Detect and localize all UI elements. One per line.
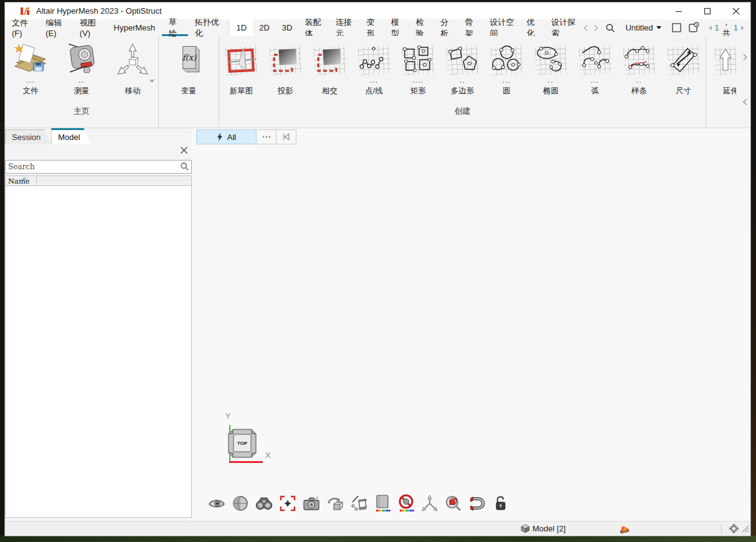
model-tree-list[interactable] <box>5 186 192 518</box>
column-header-name[interactable]: Name <box>6 176 37 185</box>
ribbon-rectangle-button[interactable]: ···· 矩形 <box>396 40 440 106</box>
menu-hypermesh[interactable]: HyperMesh <box>107 19 162 36</box>
ribbon-scroll-right-icon[interactable] <box>740 52 749 62</box>
settings-gear-icon[interactable] <box>729 523 739 536</box>
tab-1d[interactable]: 1D <box>230 19 253 36</box>
dropdown-arrow-icon[interactable] <box>149 80 154 83</box>
tab-connectors[interactable]: 连接元 <box>329 19 360 36</box>
menu-edit[interactable]: 编辑(E) <box>39 19 73 36</box>
display-panel-colors-icon[interactable] <box>374 493 391 513</box>
element-edges-icon[interactable] <box>350 493 367 513</box>
prev-page-icon[interactable] <box>709 26 712 30</box>
screenshot-camera-icon[interactable] <box>303 493 320 513</box>
filter-collapse-button[interactable] <box>276 129 296 144</box>
panel-tab-row: Session Model <box>5 128 192 144</box>
view-sphere-icon[interactable] <box>232 493 249 513</box>
search-icon[interactable] <box>604 22 617 34</box>
view-cube[interactable]: TOP <box>228 429 257 458</box>
hide-elements-colors-icon[interactable] <box>397 493 415 513</box>
rotate-view-icon[interactable] <box>326 493 344 513</box>
new-page-icon[interactable] <box>670 21 683 34</box>
ribbon-scroll-left-icon[interactable] <box>740 97 749 107</box>
ribbon-files-button[interactable]: ··· 文件 <box>5 40 56 106</box>
app-window: Altair HyperMesh 2023 - OptiStruct 文件(F)… <box>4 2 751 536</box>
ribbon-overflow: 延伸 <box>706 36 750 128</box>
history-back-icon[interactable] <box>582 23 590 33</box>
lightning-icon <box>217 133 223 141</box>
page-snapshot-icon[interactable] <box>687 21 701 35</box>
browser-search-icon[interactable] <box>180 162 189 174</box>
tab-assembly[interactable]: 装配体 <box>298 19 329 36</box>
view-toolbar <box>208 493 509 513</box>
next-page-icon[interactable] <box>741 26 744 30</box>
zoom-fit-icon[interactable] <box>279 493 296 513</box>
perspective-icon[interactable] <box>468 493 486 513</box>
menu-topology-opt[interactable]: 拓扑优化 <box>188 19 226 36</box>
menu-file[interactable]: 文件(F) <box>5 19 39 36</box>
total-pages: 1 <box>734 23 738 32</box>
menu-view[interactable]: 视图(V) <box>73 19 107 36</box>
measure-icon <box>62 40 102 81</box>
tab-model[interactable]: 模型 <box>385 19 410 36</box>
view-visibility-icon[interactable] <box>208 493 225 513</box>
lock-view-icon[interactable] <box>492 493 509 513</box>
tree-header: Name <box>5 175 192 186</box>
points-lines-icon <box>357 40 391 81</box>
tab-morph[interactable]: 变形 <box>360 19 385 36</box>
ribbon-ellipse-button[interactable]: ·· 椭圆 <box>529 40 573 106</box>
ribbon-polygon-button[interactable]: ·· 多边形 <box>440 40 484 106</box>
ribbon-group-variables: f(x) 变量 <box>159 36 219 128</box>
ribbon-move-button[interactable]: 移动 <box>107 40 158 106</box>
intersect-icon <box>313 40 347 81</box>
tab-design-space[interactable]: 设计空间 <box>483 19 520 36</box>
tab-2d[interactable]: 2D <box>253 19 276 36</box>
history-forward-icon[interactable] <box>592 23 600 33</box>
move-icon <box>113 40 153 81</box>
polygon-icon <box>446 40 480 81</box>
ribbon-arc-button[interactable]: ··· 弧 <box>573 40 617 106</box>
ribbon-project-button[interactable]: 投影 <box>263 40 308 106</box>
ribbon-intersect-button[interactable]: 相交 <box>308 40 352 106</box>
satellite-dots: ·· <box>78 81 84 86</box>
ribbon-extend-button[interactable]: 延伸 <box>709 40 736 97</box>
tab-validate[interactable]: 检验 <box>410 19 435 36</box>
window-title: Altair HyperMesh 2023 - OptiStruct <box>36 6 162 16</box>
tab-3d[interactable]: 3D <box>276 19 299 36</box>
browser-panel: Session Model <box>5 128 192 521</box>
tab-skeleton[interactable]: 骨架 <box>459 19 484 36</box>
panel-close-icon[interactable] <box>180 146 188 157</box>
ribbon-spline-button[interactable]: ·· 样条 <box>617 40 661 106</box>
resize-grip[interactable] <box>742 525 749 535</box>
session-selector[interactable]: Untitled <box>625 23 661 32</box>
ribbon-measure-button[interactable]: ·· 测量 <box>56 40 107 106</box>
extend-icon <box>714 40 737 81</box>
ribbon-points-lines-button[interactable]: ··· 点/线 <box>352 40 396 106</box>
ribbon: ··· 文件 ·· <box>5 36 750 128</box>
zoom-model-icon[interactable] <box>445 493 462 513</box>
menu-sketch-active[interactable]: 草绘 <box>162 19 188 36</box>
ribbon-variable-button[interactable]: f(x) 变量 <box>163 40 214 106</box>
svg-text:TOP: TOP <box>237 441 248 446</box>
axis-y-label: Y <box>225 411 231 421</box>
ribbon-new-sketch-button[interactable]: 新草图 <box>219 40 263 106</box>
tab-optimize[interactable]: 优化 <box>521 19 546 36</box>
performance-flame-icon[interactable] <box>618 523 631 536</box>
tab-model[interactable]: Model <box>51 128 90 144</box>
filter-more-button[interactable] <box>257 129 276 144</box>
tab-session[interactable]: Session <box>5 129 51 144</box>
session-name: Untitled <box>625 23 653 32</box>
minimize-button[interactable] <box>664 2 693 19</box>
tab-design-explore[interactable]: 设计探索 <box>545 19 582 36</box>
ribbon-dimension-button[interactable]: 尺寸 <box>661 40 706 106</box>
find-binoculars-icon[interactable] <box>255 493 273 513</box>
filter-all-button[interactable]: All <box>196 129 257 144</box>
ribbon-circle-button[interactable]: ··· 圆 <box>484 40 529 106</box>
ellipse-icon <box>534 40 568 81</box>
triad-axes-icon[interactable] <box>421 493 438 513</box>
model-cube-icon <box>521 524 530 533</box>
browser-search-input[interactable] <box>5 160 192 174</box>
new-sketch-icon <box>225 40 258 81</box>
tab-analyze[interactable]: 分析 <box>434 19 459 36</box>
axis-x-label: X <box>265 451 271 460</box>
graphics-viewport[interactable]: All Y TOP X <box>192 128 750 521</box>
